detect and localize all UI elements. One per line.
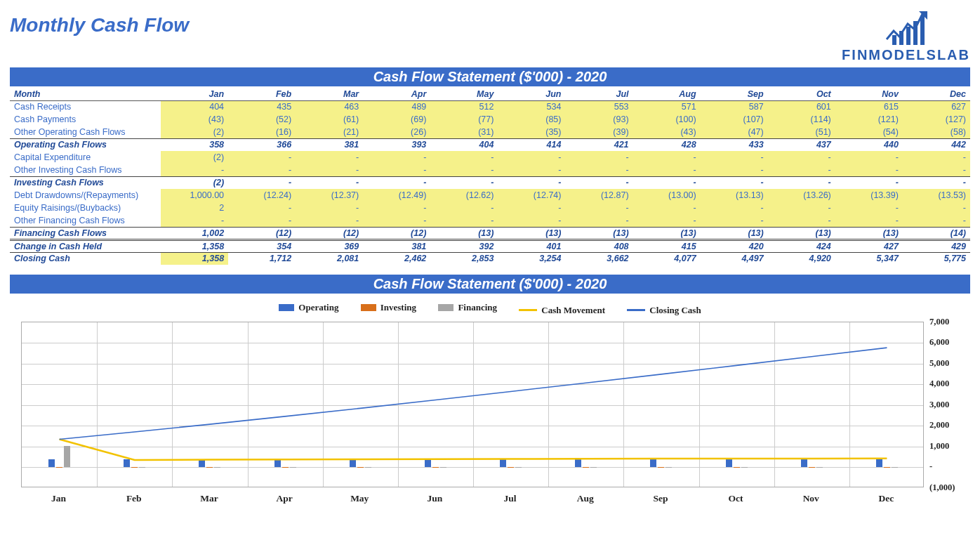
cell: (100): [633, 113, 701, 126]
cell: -: [296, 214, 363, 227]
cell: 463: [296, 100, 363, 113]
cell: (107): [701, 113, 768, 126]
row-label: Operating Cash Flows: [10, 138, 161, 151]
cell: (13): [701, 227, 768, 239]
cell: (26): [363, 126, 430, 138]
cell: -: [701, 202, 768, 214]
line-cash-movement: [60, 439, 887, 460]
cell: -: [633, 214, 701, 227]
cell: -: [768, 164, 835, 176]
ytick: 3,000: [929, 400, 949, 410]
cell: 2,462: [363, 252, 430, 265]
cell: 5,347: [835, 252, 903, 265]
cell: -: [296, 151, 363, 164]
chart-banner: Cash Flow Statement ($'000) - 2020: [10, 275, 970, 294]
cell: -: [498, 164, 565, 176]
cell: -: [701, 214, 768, 227]
xtick-aug: Aug: [577, 493, 594, 504]
svg-rect-3: [906, 27, 911, 45]
row-label: Cash Payments: [10, 113, 161, 126]
cell: 2: [161, 202, 228, 214]
cell: 358: [161, 138, 228, 151]
cell: -: [835, 214, 903, 227]
cell: 421: [565, 138, 633, 151]
cashflow-table: MonthJanFebMarAprMayJunJulAugSepOctNovDe…: [10, 88, 970, 265]
col-header-jun: Jun: [498, 88, 565, 100]
cell: 571: [633, 100, 701, 113]
xtick-may: May: [350, 493, 369, 504]
cell: 601: [768, 100, 835, 113]
cell: -: [430, 151, 498, 164]
cell: -: [363, 202, 430, 214]
cell: 366: [228, 138, 296, 151]
row-ot_inv: Other Investing Cash Flows------------: [10, 164, 970, 176]
col-header-dec: Dec: [903, 88, 970, 100]
row-change: Change in Cash Held1,3583543693813924014…: [10, 239, 970, 252]
cell: -: [565, 214, 633, 227]
col-header-sep: Sep: [701, 88, 768, 100]
cell: (12.49): [363, 189, 430, 202]
cell: (13): [768, 227, 835, 239]
cell: (43): [633, 126, 701, 138]
cell: (51): [768, 126, 835, 138]
cell: (14): [903, 227, 970, 239]
cell: (85): [498, 113, 565, 126]
cell: (12.74): [498, 189, 565, 202]
cell: 1,358: [161, 239, 228, 252]
cell: -: [903, 164, 970, 176]
cell: 381: [363, 239, 430, 252]
xtick-jul: Jul: [504, 493, 517, 504]
cell: -: [430, 176, 498, 189]
cell: -: [835, 176, 903, 189]
cell: 4,077: [633, 252, 701, 265]
cell: (12.62): [430, 189, 498, 202]
col-header-mar: Mar: [296, 88, 363, 100]
cell: (13): [498, 227, 565, 239]
brand-logo: FINMODELSLAB: [842, 7, 970, 62]
cell: -: [363, 176, 430, 189]
cell: (52): [228, 113, 296, 126]
cell: 4,920: [768, 252, 835, 265]
cell: -: [903, 176, 970, 189]
cashflow-chart: 7,0006,0005,0004,0003,0002,0001,000-(1,0…: [10, 322, 970, 518]
cell: 512: [430, 100, 498, 113]
line-closing-cash: [60, 348, 887, 439]
cell: (114): [768, 113, 835, 126]
cell: -: [633, 151, 701, 164]
cell: -: [363, 214, 430, 227]
cell: 435: [228, 100, 296, 113]
row-receipts: Cash Receipts404435463489512534553571587…: [10, 100, 970, 113]
cell: (127): [903, 113, 970, 126]
cell: (93): [565, 113, 633, 126]
cell: 428: [633, 138, 701, 151]
ytick: (1,000): [929, 482, 955, 493]
col-header-oct: Oct: [768, 88, 835, 100]
row-op_cf: Operating Cash Flows35836638139340441442…: [10, 138, 970, 151]
xtick-feb: Feb: [126, 493, 142, 504]
cell: 627: [903, 100, 970, 113]
xtick-nov: Nov: [803, 493, 819, 504]
row-closing: Closing Cash1,3581,7122,0812,4622,8533,2…: [10, 252, 970, 265]
cell: 534: [498, 100, 565, 113]
cell: -: [228, 164, 296, 176]
cell: -: [498, 214, 565, 227]
chart-arrow-icon: [884, 8, 929, 46]
cell: -: [430, 164, 498, 176]
xtick-dec: Dec: [879, 493, 894, 504]
cell: (16): [228, 126, 296, 138]
ytick: 2,000: [929, 420, 949, 431]
cell: (2): [161, 126, 228, 138]
cell: 354: [228, 239, 296, 252]
col-header-jan: Jan: [161, 88, 228, 100]
xtick-apr: Apr: [276, 493, 292, 504]
cell: (13.53): [903, 189, 970, 202]
cell: -: [296, 176, 363, 189]
cell: (12): [228, 227, 296, 239]
cell: -: [363, 164, 430, 176]
ytick: 1,000: [929, 441, 949, 452]
cell: 3,254: [498, 252, 565, 265]
cell: 3,662: [565, 252, 633, 265]
cell: -: [498, 176, 565, 189]
row-ot_fin: Other Financing Cash Flows------------: [10, 214, 970, 227]
row-label: Cash Receipts: [10, 100, 161, 113]
